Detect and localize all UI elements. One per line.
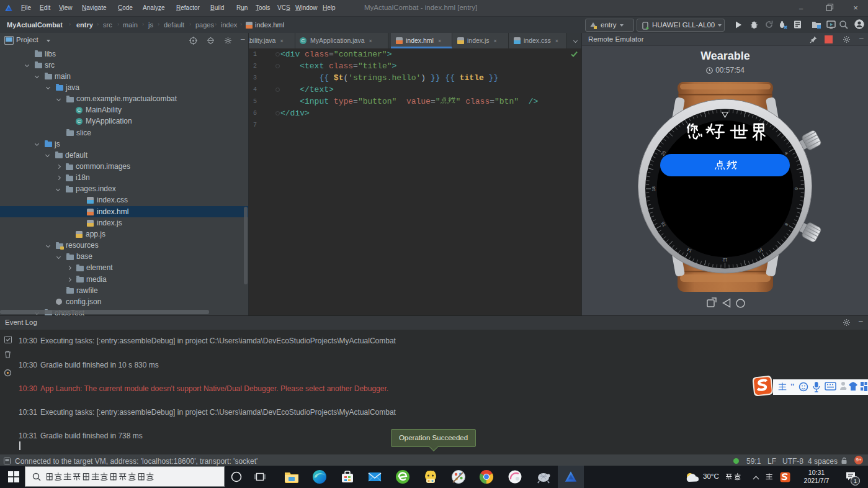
svg-text:6: 6 [794,188,799,190]
svg-text:’’: ’’ [790,382,794,391]
svg-text:12: 12 [723,258,728,262]
svg-text:18: 18 [651,186,656,191]
